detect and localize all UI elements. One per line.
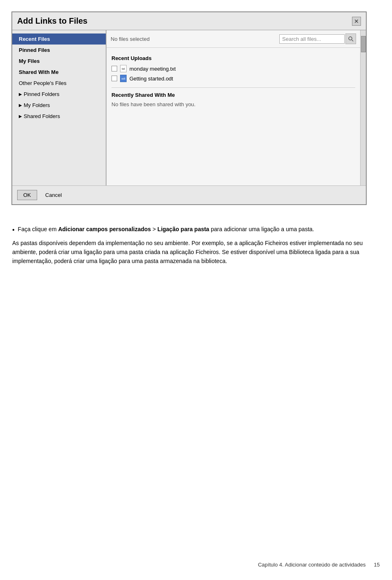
add-links-dialog: Add Links to Files ✕ Recent Files Pinned… <box>11 11 367 205</box>
dialog-title: Add Links to Files <box>17 16 87 26</box>
sidebar-item-label: Shared With Me <box>19 69 58 75</box>
file-item: txt monday meeting.txt <box>111 64 355 74</box>
close-button[interactable]: ✕ <box>352 17 361 26</box>
search-input[interactable] <box>279 34 345 44</box>
bullet-point: • <box>12 225 15 235</box>
file-name: monday meeting.txt <box>129 66 176 72</box>
arrow-icon: ▶ <box>19 92 22 96</box>
search-icon <box>348 36 354 42</box>
sidebar-item-my-folders[interactable]: ▶ My Folders <box>12 100 106 111</box>
section-divider <box>111 87 355 88</box>
scrollbar-thumb[interactable] <box>361 36 366 52</box>
main-content: No files selected Recent Uploads <box>106 30 360 185</box>
no-files-shared-msg: No files have been shared with you. <box>111 100 355 108</box>
sidebar-item-label: Recent Files <box>19 36 50 42</box>
svg-point-0 <box>349 37 352 40</box>
main-top-bar: No files selected <box>107 30 360 48</box>
main-sections: Recent Uploads txt monday meeting.txt od… <box>107 48 360 112</box>
sidebar-item-label: Pinned Folders <box>24 91 59 97</box>
sidebar-item-label: Shared Folders <box>24 113 60 119</box>
file-name: Getting started.odt <box>129 76 173 82</box>
dialog-footer: OK Cancel <box>12 185 366 204</box>
recent-uploads-title: Recent Uploads <box>111 55 355 61</box>
page-footer: Capítulo 4. Adicionar conteúdo de activi… <box>258 562 380 568</box>
sidebar-item-label: My Folders <box>24 102 50 108</box>
arrow-icon: ▶ <box>19 103 22 107</box>
file-checkbox[interactable] <box>111 76 117 81</box>
sidebar-item-other-peoples-files[interactable]: Other People's Files <box>12 78 106 89</box>
sidebar-item-label: Other People's Files <box>19 80 67 86</box>
cancel-button[interactable]: Cancel <box>41 190 66 200</box>
search-bar <box>279 33 356 44</box>
file-checkbox[interactable] <box>111 66 117 71</box>
dialog-titlebar: Add Links to Files ✕ <box>12 12 366 30</box>
no-files-selected-label: No files selected <box>111 36 149 42</box>
sidebar-item-shared-folders[interactable]: ▶ Shared Folders <box>12 111 106 122</box>
sidebar-item-label: Pinned Files <box>19 47 50 53</box>
bullet-text-1: Faça clique em Adicionar campos personal… <box>18 225 314 235</box>
file-icon-odt: odt <box>120 75 127 82</box>
bullet-item-1: • Faça clique em Adicionar campos person… <box>12 225 380 235</box>
sidebar: Recent Files Pinned Files My Files Share… <box>12 30 106 185</box>
scrollbar[interactable] <box>360 30 366 185</box>
sidebar-item-pinned-folders[interactable]: ▶ Pinned Folders <box>12 89 106 100</box>
sidebar-item-shared-with-me[interactable]: Shared With Me <box>12 67 106 78</box>
page-number: 15 <box>374 562 380 568</box>
sidebar-item-my-files[interactable]: My Files <box>12 56 106 67</box>
arrow-icon: ▶ <box>19 114 22 118</box>
recently-shared-title: Recently Shared With Me <box>111 92 355 98</box>
paragraph-1: As pastas disponíveis dependem da implem… <box>12 239 380 266</box>
ok-button[interactable]: OK <box>17 190 37 200</box>
chapter-label: Capítulo 4. Adicionar conteúdo de activi… <box>258 562 366 568</box>
sidebar-item-recent-files[interactable]: Recent Files <box>12 33 106 45</box>
svg-line-1 <box>352 40 354 42</box>
dialog-body: Recent Files Pinned Files My Files Share… <box>12 30 366 185</box>
file-item: odt Getting started.odt <box>111 74 355 83</box>
sidebar-item-label: My Files <box>19 58 40 64</box>
file-icon-txt: txt <box>120 65 127 72</box>
page-content: • Faça clique em Adicionar campos person… <box>0 216 392 277</box>
search-button[interactable] <box>345 33 356 44</box>
sidebar-item-pinned-files[interactable]: Pinned Files <box>12 45 106 56</box>
